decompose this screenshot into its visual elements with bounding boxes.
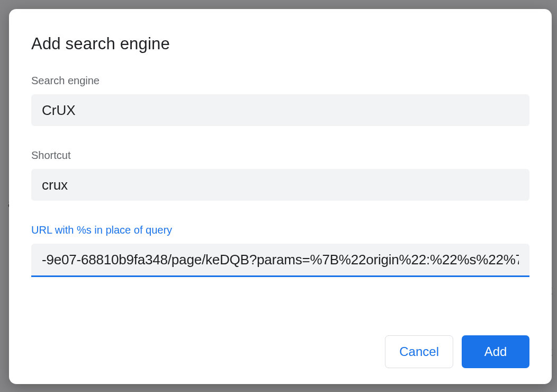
dialog-buttons: Cancel Add [31, 325, 529, 368]
dialog-title: Add search engine [31, 34, 529, 54]
cancel-button[interactable]: Cancel [385, 335, 453, 368]
url-field-group: URL with %s in place of query [31, 224, 529, 277]
add-search-engine-dialog: Add search engine Search engine Shortcut… [9, 9, 552, 384]
add-button[interactable]: Add [462, 335, 529, 368]
url-label: URL with %s in place of query [31, 224, 529, 236]
shortcut-field-group: Shortcut [31, 149, 529, 201]
url-input[interactable] [31, 244, 529, 277]
shortcut-input[interactable] [31, 169, 529, 201]
search-engine-field-group: Search engine [31, 75, 529, 126]
shortcut-label: Shortcut [31, 149, 529, 162]
search-engine-input[interactable] [31, 94, 529, 126]
search-engine-label: Search engine [31, 75, 529, 87]
